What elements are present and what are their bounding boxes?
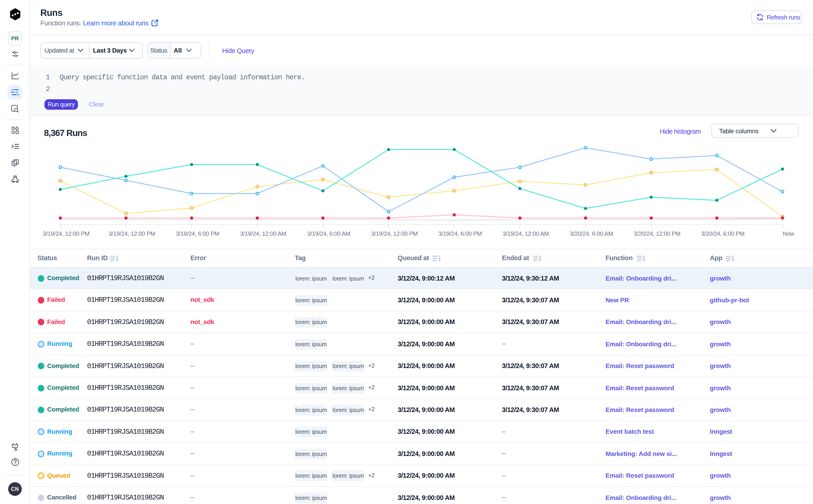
svg-text:3/19/24, 12:00 PM: 3/19/24, 12:00 PM xyxy=(109,230,155,237)
svg-text:3/19/24, 12:00 PM: 3/19/24, 12:00 PM xyxy=(43,230,90,237)
svg-text:3/19/24, 12:00 AM: 3/19/24, 12:00 AM xyxy=(240,230,286,237)
svg-text:3/20/24, 6:00 AM: 3/20/24, 6:00 AM xyxy=(570,230,613,237)
svg-text:3/19/24, 12:00 PM: 3/19/24, 12:00 PM xyxy=(371,230,418,237)
svg-text:3/20/24, 12:00 PM: 3/20/24, 12:00 PM xyxy=(634,230,681,237)
svg-text:3/19/24, 6:00 PM: 3/19/24, 6:00 PM xyxy=(176,230,219,237)
svg-text:3/19/24, 12:00 AM: 3/19/24, 12:00 AM xyxy=(503,230,549,237)
svg-text:3/19/24, 6:00 PM: 3/19/24, 6:00 PM xyxy=(439,230,482,237)
svg-text:3/20/24, 6:00 PM: 3/20/24, 6:00 PM xyxy=(701,230,745,237)
svg-text:3/19/24, 6:00 AM: 3/19/24, 6:00 AM xyxy=(307,230,350,237)
svg-text:Now: Now xyxy=(783,230,794,237)
